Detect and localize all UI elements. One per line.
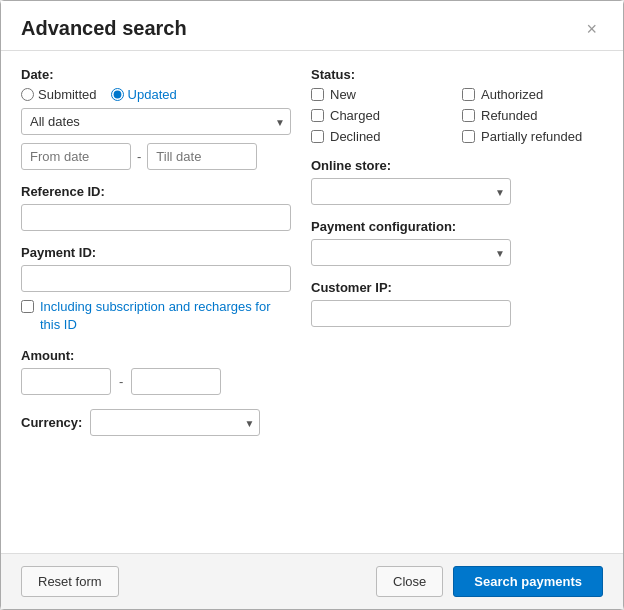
reference-id-label: Reference ID: xyxy=(21,184,291,199)
payment-config-select[interactable] xyxy=(311,239,511,266)
updated-label: Updated xyxy=(128,87,177,102)
footer-right: Close Search payments xyxy=(376,566,603,597)
online-store-label: Online store: xyxy=(311,158,603,173)
online-store-select[interactable] xyxy=(311,178,511,205)
updated-radio-option[interactable]: Updated xyxy=(111,87,177,102)
date-range-row: - xyxy=(21,143,291,170)
currency-row: Currency: ▼ xyxy=(21,409,291,436)
status-new-label: New xyxy=(330,87,356,102)
date-separator: - xyxy=(137,149,141,164)
status-charged-checkbox[interactable] xyxy=(311,109,324,122)
status-partially-refunded[interactable]: Partially refunded xyxy=(462,129,603,144)
status-partially-refunded-checkbox[interactable] xyxy=(462,130,475,143)
left-column: Date: Submitted Updated All dates ▼ xyxy=(21,67,291,537)
status-refunded[interactable]: Refunded xyxy=(462,108,603,123)
status-partially-refunded-label: Partially refunded xyxy=(481,129,582,144)
dialog-title: Advanced search xyxy=(21,17,187,40)
subscription-checkbox-label[interactable]: Including subscription and recharges for… xyxy=(21,298,291,334)
customer-ip-label: Customer IP: xyxy=(311,280,603,295)
payment-config-section: Payment configuration: ▼ xyxy=(311,219,603,266)
status-charged-label: Charged xyxy=(330,108,380,123)
date-section: Date: Submitted Updated All dates ▼ xyxy=(21,67,291,170)
submitted-label: Submitted xyxy=(38,87,97,102)
till-date-input[interactable] xyxy=(147,143,257,170)
payment-config-select-wrapper: ▼ xyxy=(311,239,511,266)
online-store-section: Online store: ▼ xyxy=(311,158,603,205)
reference-id-input[interactable] xyxy=(21,204,291,231)
dialog-body: Date: Submitted Updated All dates ▼ xyxy=(1,51,623,553)
payment-id-section: Payment ID: Including subscription and r… xyxy=(21,245,291,334)
status-declined[interactable]: Declined xyxy=(311,129,452,144)
customer-ip-input[interactable] xyxy=(311,300,511,327)
amount-max-input[interactable] xyxy=(131,368,221,395)
amount-row: - xyxy=(21,368,291,395)
status-new-checkbox[interactable] xyxy=(311,88,324,101)
status-refunded-label: Refunded xyxy=(481,108,537,123)
status-authorized[interactable]: Authorized xyxy=(462,87,603,102)
date-radio-group: Submitted Updated xyxy=(21,87,291,102)
amount-separator: - xyxy=(119,374,123,389)
status-grid: New Authorized Charged Refunded xyxy=(311,87,603,144)
right-column: Status: New Authorized Charged xyxy=(311,67,603,537)
online-store-select-wrapper: ▼ xyxy=(311,178,511,205)
payment-id-input[interactable] xyxy=(21,265,291,292)
from-date-input[interactable] xyxy=(21,143,131,170)
submitted-radio[interactable] xyxy=(21,88,34,101)
payment-id-label: Payment ID: xyxy=(21,245,291,260)
status-charged[interactable]: Charged xyxy=(311,108,452,123)
payment-config-label: Payment configuration: xyxy=(311,219,603,234)
dialog-header: Advanced search × xyxy=(1,1,623,51)
currency-select-wrapper: ▼ xyxy=(90,409,260,436)
status-label: Status: xyxy=(311,67,603,82)
date-label: Date: xyxy=(21,67,291,82)
amount-min-input[interactable] xyxy=(21,368,111,395)
close-button[interactable]: Close xyxy=(376,566,443,597)
advanced-search-dialog: Advanced search × Date: Submitted Update… xyxy=(0,0,624,610)
status-declined-label: Declined xyxy=(330,129,381,144)
dialog-footer: Reset form Close Search payments xyxy=(1,553,623,609)
customer-ip-section: Customer IP: xyxy=(311,280,603,327)
reset-button[interactable]: Reset form xyxy=(21,566,119,597)
status-refunded-checkbox[interactable] xyxy=(462,109,475,122)
reference-id-section: Reference ID: xyxy=(21,184,291,231)
status-section: Status: New Authorized Charged xyxy=(311,67,603,144)
subscription-checkbox[interactable] xyxy=(21,300,34,313)
status-authorized-checkbox[interactable] xyxy=(462,88,475,101)
all-dates-select[interactable]: All dates xyxy=(21,108,291,135)
amount-label: Amount: xyxy=(21,348,291,363)
currency-label: Currency: xyxy=(21,415,82,430)
status-new[interactable]: New xyxy=(311,87,452,102)
all-dates-select-wrapper: All dates ▼ xyxy=(21,108,291,135)
subscription-text: Including subscription and recharges for… xyxy=(40,298,291,334)
status-authorized-label: Authorized xyxy=(481,87,543,102)
submitted-radio-option[interactable]: Submitted xyxy=(21,87,97,102)
currency-select[interactable] xyxy=(90,409,260,436)
status-declined-checkbox[interactable] xyxy=(311,130,324,143)
close-icon[interactable]: × xyxy=(580,18,603,40)
search-payments-button[interactable]: Search payments xyxy=(453,566,603,597)
amount-section: Amount: - xyxy=(21,348,291,395)
updated-radio[interactable] xyxy=(111,88,124,101)
